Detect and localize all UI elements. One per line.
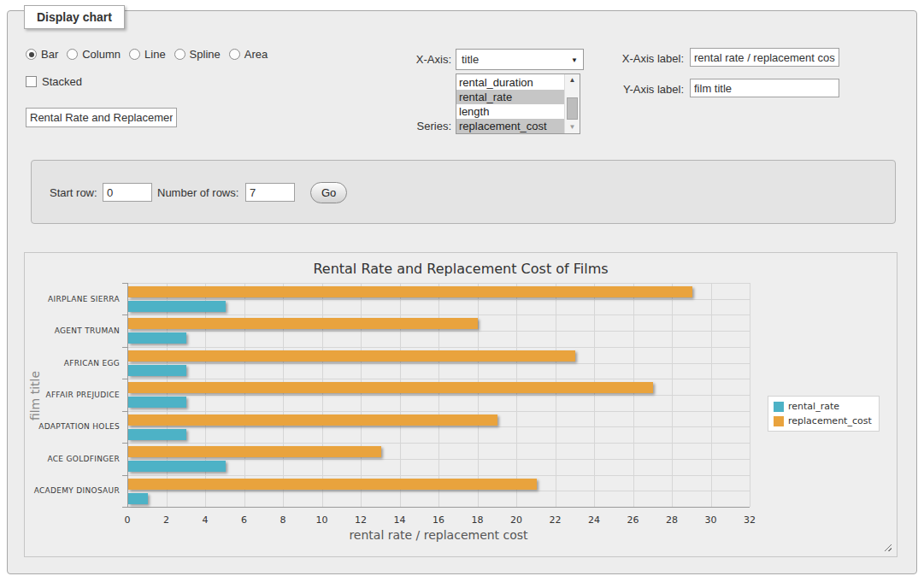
x-axis-label-caption: X-Axis label: (610, 52, 684, 65)
bar-replacement_cost-4[interactable] (128, 414, 497, 426)
series-option-rental_duration[interactable]: rental_duration (456, 75, 565, 90)
axis-tick (122, 411, 127, 412)
radio-icon[interactable] (229, 49, 240, 60)
gridline (750, 283, 750, 507)
x-tick-label: 32 (735, 514, 764, 526)
bar-rental_rate-5[interactable] (128, 461, 226, 472)
x-tick-label: 14 (385, 514, 415, 526)
category-label: AGENT TRUMAN (25, 326, 120, 335)
x-axis-label-input[interactable] (690, 48, 839, 67)
chart-type-label: Line (144, 48, 166, 61)
x-tick-label: 6 (230, 514, 259, 526)
axis-tick (122, 475, 127, 476)
gridline (127, 299, 750, 300)
gridline (127, 443, 750, 444)
x-tick-label: 8 (268, 514, 297, 526)
x-tick-label: 18 (463, 514, 492, 526)
gridline (127, 426, 750, 427)
chart-title: Rental Rate and Replacement Cost of Film… (25, 261, 897, 277)
x-axis-select[interactable]: title ▼ (456, 49, 584, 70)
chart-type-radio-area[interactable]: Area (229, 48, 268, 61)
bar-replacement_cost-0[interactable] (128, 286, 692, 297)
gridline (127, 395, 750, 396)
axis-tick (122, 315, 127, 315)
chart-type-label: Bar (41, 48, 58, 61)
gridline (127, 283, 750, 284)
legend-swatch-icon (774, 416, 784, 426)
bar-rental_rate-4[interactable] (128, 429, 186, 440)
axis-tick (122, 347, 127, 348)
chart-type-radio-line[interactable]: Line (129, 48, 166, 61)
scroll-up-icon[interactable]: ▲ (567, 75, 578, 85)
series-options: rental_durationrental_ratelengthreplacem… (456, 75, 565, 133)
number-of-rows-input[interactable] (245, 183, 295, 202)
radio-icon[interactable] (26, 49, 37, 60)
chart-x-axis-title: rental rate / replacement cost (127, 528, 750, 542)
axis-tick (122, 507, 127, 508)
resize-handle-icon[interactable] (882, 542, 892, 551)
x-tick-label: 4 (191, 514, 220, 526)
bar-replacement_cost-3[interactable] (128, 382, 653, 393)
bar-replacement_cost-1[interactable] (128, 318, 478, 329)
chevron-down-icon: ▼ (571, 56, 578, 64)
x-tick-label: 2 (152, 514, 181, 526)
x-axis-line (127, 507, 750, 508)
bar-rental_rate-1[interactable] (128, 332, 186, 344)
x-tick-label: 0 (113, 514, 142, 526)
x-tick-label: 20 (502, 514, 531, 526)
legend-label: rental_rate (788, 401, 839, 412)
bar-rental_rate-0[interactable] (128, 301, 226, 312)
bar-replacement_cost-2[interactable] (128, 350, 575, 362)
x-tick-label: 30 (697, 514, 726, 526)
chart-container: Rental Rate and Replacement Cost of Film… (24, 252, 898, 557)
x-tick-label: 22 (541, 514, 570, 526)
bar-replacement_cost-6[interactable] (128, 479, 537, 490)
chart-type-label: Column (82, 48, 121, 61)
series-option-replacement_cost[interactable]: replacement_cost (456, 119, 565, 133)
x-tick-label: 26 (619, 514, 648, 526)
row-range-panel: Start row: Number of rows: Go (31, 160, 896, 224)
scroll-down-icon[interactable]: ▼ (567, 122, 578, 132)
bar-rental_rate-2[interactable] (128, 365, 186, 376)
radio-icon[interactable] (67, 49, 78, 60)
bar-rental_rate-3[interactable] (128, 397, 186, 408)
chart-title-input[interactable] (26, 108, 177, 127)
series-listbox[interactable]: rental_durationrental_ratelengthreplacem… (456, 73, 580, 134)
axis-tick (122, 379, 127, 379)
gridline (127, 379, 750, 379)
start-row-input[interactable] (103, 183, 152, 202)
series-option-length[interactable]: length (456, 104, 565, 119)
x-tick-label: 16 (424, 514, 453, 526)
x-axis-selected-value: title (462, 53, 479, 66)
x-tick-label: 24 (580, 514, 609, 526)
bar-rental_rate-6[interactable] (128, 493, 148, 504)
gridline (127, 411, 750, 412)
go-button[interactable]: Go (310, 182, 347, 203)
x-axis-caption: X-Axis: (385, 53, 451, 66)
y-axis-label-input[interactable] (690, 79, 839, 97)
legend-item-rental_rate[interactable]: rental_rate (774, 401, 872, 412)
category-label: AIRPLANE SIERRA (25, 295, 120, 303)
start-row-label: Start row: (50, 186, 97, 199)
stacked-label: Stacked (42, 75, 82, 88)
axis-tick (122, 443, 127, 444)
stacked-option[interactable]: Stacked (26, 75, 82, 88)
radio-icon[interactable] (174, 49, 185, 60)
stacked-checkbox[interactable] (26, 76, 37, 87)
fieldset-legend: Display chart (24, 5, 125, 29)
bar-replacement_cost-5[interactable] (128, 446, 381, 457)
legend-label: replacement_cost (788, 415, 872, 426)
chart-type-radio-column[interactable]: Column (67, 48, 121, 61)
chart-type-label: Area (244, 48, 268, 61)
chart-type-radio-bar[interactable]: Bar (26, 48, 58, 61)
series-option-rental_rate[interactable]: rental_rate (456, 90, 565, 104)
listbox-scrollbar[interactable]: ▲ ▼ (564, 74, 580, 133)
x-tick-label: 12 (346, 514, 375, 526)
axis-tick (122, 283, 127, 284)
legend-item-replacement_cost[interactable]: replacement_cost (774, 415, 872, 426)
x-tick-label: 10 (308, 514, 337, 526)
chart-type-radio-spline[interactable]: Spline (174, 48, 221, 61)
scrollbar-thumb[interactable] (567, 97, 578, 120)
radio-icon[interactable] (129, 49, 140, 60)
gridline (127, 315, 750, 315)
